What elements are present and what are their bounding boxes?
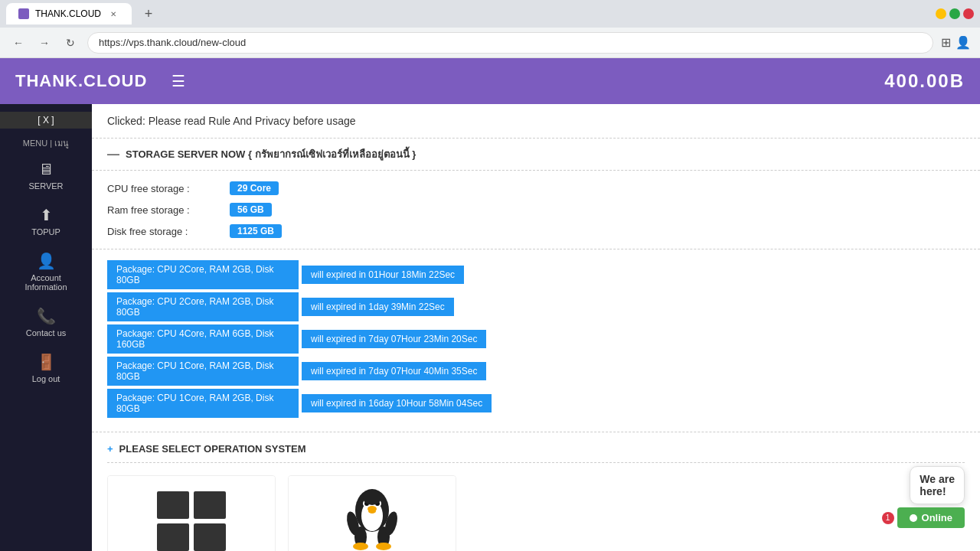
online-dot-icon (910, 514, 917, 522)
notification-badge: 1 (882, 512, 894, 524)
hamburger-icon[interactable]: ☰ (172, 72, 185, 90)
browser-titlebar: THANK.CLOUD ✕ + (0, 0, 980, 28)
chat-widget: We arehere! 1 Online (882, 466, 965, 528)
package-name-0: Package: CPU 2Core, RAM 2GB, Disk 80GB (107, 260, 299, 289)
logout-label: Log out (32, 374, 60, 383)
os-section-title: PLEASE SELECT OPERATION SYSTEM (119, 443, 306, 455)
account-label: Account Information (24, 273, 67, 292)
contact-icon: 📞 (37, 307, 56, 325)
close-button[interactable] (963, 8, 974, 19)
cpu-storage-row: CPU free storage : 29 Core (107, 181, 965, 195)
linux-logo-container (289, 476, 456, 551)
svg-point-15 (353, 543, 368, 550)
notice-text: Clicked: Please read Rule And Privacy be… (107, 115, 356, 127)
sidebar-close-bar[interactable]: [ X ] (0, 112, 92, 129)
main-layout: [ X ] MENU | เมนู 🖥 SERVER ⬆ TOPUP 👤 Acc… (0, 104, 980, 551)
os-plus-icon: + (107, 443, 113, 455)
package-name-1: Package: CPU 2Core, RAM 2GB, Disk 80GB (107, 292, 299, 321)
package-row-3[interactable]: Package: CPU 1Core, RAM 2GB, Disk 80GB w… (107, 357, 965, 386)
storage-section-title: STORAGE SERVER NOW { กรัพยากรณ์เซิฟเวอร์… (126, 146, 416, 162)
cpu-storage-value: 29 Core (230, 181, 279, 195)
profile-icon[interactable]: 👤 (956, 35, 971, 50)
os-card-windows[interactable]: WINDOWS+ (107, 475, 276, 551)
windows-logo-container (108, 476, 275, 551)
sidebar: [ X ] MENU | เมนู 🖥 SERVER ⬆ TOPUP 👤 Acc… (0, 104, 92, 551)
browser-action-icons: ⊞ 👤 (941, 35, 971, 50)
reload-button[interactable]: ↻ (61, 34, 80, 52)
forward-button[interactable]: → (35, 34, 54, 52)
package-row-1[interactable]: Package: CPU 2Core, RAM 2GB, Disk 80GB w… (107, 292, 965, 321)
notice-bar: Clicked: Please read Rule And Privacy be… (92, 104, 980, 139)
svg-rect-0 (157, 491, 189, 519)
disk-storage-value: 1125 GB (230, 224, 282, 238)
ram-storage-label: Ram free storage : (107, 204, 230, 216)
window-controls (936, 8, 974, 19)
package-name-3: Package: CPU 1Core, RAM 2GB, Disk 80GB (107, 357, 299, 386)
package-expiry-0: will expired in 01Hour 18Min 22Sec (302, 266, 464, 284)
storage-info: CPU free storage : 29 Core Ram free stor… (92, 171, 980, 249)
balance-display: 400.00B (884, 70, 965, 92)
browser-tab[interactable]: THANK.CLOUD ✕ (6, 3, 132, 24)
svg-rect-1 (194, 491, 226, 519)
minimize-button[interactable] (936, 8, 946, 19)
topup-label: TOPUP (31, 227, 60, 236)
package-name-2: Package: CPU 4Core, RAM 6GB, Disk 160GB (107, 324, 299, 354)
logout-icon: 🚪 (37, 353, 56, 371)
os-section-header: + PLEASE SELECT OPERATION SYSTEM (107, 443, 965, 463)
topup-icon: ⬆ (40, 206, 53, 224)
svg-point-12 (363, 490, 381, 505)
chat-bubble: We arehere! (910, 466, 965, 504)
package-row-2[interactable]: Package: CPU 4Core, RAM 6GB, Disk 160GB … (107, 324, 965, 354)
extensions-icon[interactable]: ⊞ (941, 35, 951, 50)
disk-storage-row: Disk free storage : 1125 GB (107, 224, 965, 238)
os-grid: WINDOWS+ (107, 475, 965, 551)
package-row-4[interactable]: Package: CPU 1Core, RAM 2GB, Disk 80GB w… (107, 389, 965, 418)
svg-point-11 (368, 509, 376, 514)
packages-section: Package: CPU 2Core, RAM 2GB, Disk 80GB w… (92, 249, 980, 432)
content-area: Clicked: Please read Rule And Privacy be… (92, 104, 980, 551)
collapse-icon[interactable]: — (107, 148, 119, 161)
linux-tux-icon (341, 484, 403, 551)
app-header: THANK.CLOUD ☰ 400.00B (0, 58, 980, 104)
sidebar-item-logout[interactable]: 🚪 Log out (0, 347, 92, 390)
os-section: + PLEASE SELECT OPERATION SYSTEM WINDOWS… (92, 432, 980, 551)
account-icon: 👤 (37, 252, 56, 270)
tab-title: THANK.CLOUD (35, 8, 101, 19)
contact-label: Contact us (26, 328, 67, 337)
package-expiry-4: will expired in 16day 10Hour 58Min 04Sec (302, 394, 492, 412)
tab-close-button[interactable]: ✕ (107, 8, 119, 20)
package-expiry-2: will expired in 7day 07Hour 23Min 20Sec (302, 330, 486, 348)
disk-storage-label: Disk free storage : (107, 226, 230, 237)
tab-favicon (18, 8, 29, 19)
sidebar-item-server[interactable]: 🖥 SERVER (0, 155, 92, 197)
package-expiry-1: will expired in 1day 39Min 22Sec (302, 298, 454, 316)
svg-point-16 (376, 543, 391, 550)
package-row-0[interactable]: Package: CPU 2Core, RAM 2GB, Disk 80GB w… (107, 260, 965, 289)
app-logo: THANK.CLOUD (15, 71, 147, 91)
ram-storage-row: Ram free storage : 56 GB (107, 203, 965, 217)
address-bar[interactable] (87, 32, 933, 54)
sidebar-item-topup[interactable]: ⬆ TOPUP (0, 200, 92, 243)
windows-logo-icon (157, 491, 226, 551)
sidebar-menu-label: MENU | เมนู (0, 132, 92, 152)
restore-button[interactable] (949, 8, 960, 19)
browser-addressbar: ← → ↻ ⊞ 👤 (0, 28, 980, 58)
sidebar-item-account[interactable]: 👤 Account Information (0, 246, 92, 298)
ram-storage-value: 56 GB (230, 203, 272, 217)
storage-section-header: — STORAGE SERVER NOW { กรัพยากรณ์เซิฟเวอ… (92, 139, 980, 171)
package-expiry-3: will expired in 7day 07Hour 40Min 35Sec (302, 362, 486, 380)
online-label: Online (922, 512, 952, 523)
cpu-storage-label: CPU free storage : (107, 183, 230, 194)
svg-rect-2 (157, 523, 189, 551)
back-button[interactable]: ← (9, 34, 28, 52)
svg-rect-3 (194, 523, 226, 551)
chat-online-button[interactable]: Online (897, 507, 965, 528)
server-icon: 🖥 (38, 161, 54, 178)
server-label: SERVER (28, 181, 63, 191)
new-tab-button[interactable]: + (138, 3, 159, 24)
sidebar-item-contact[interactable]: 📞 Contact us (0, 301, 92, 344)
package-name-4: Package: CPU 1Core, RAM 2GB, Disk 80GB (107, 389, 299, 418)
os-card-linux[interactable]: LINUX+ (288, 475, 456, 551)
